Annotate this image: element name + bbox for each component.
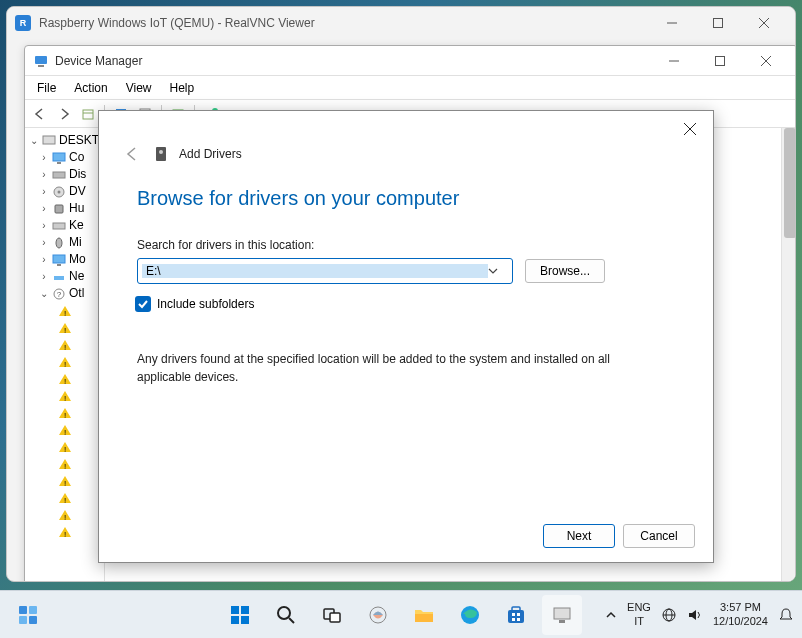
dialog-heading: Browse for drivers on your computer bbox=[137, 187, 675, 210]
svg-rect-56 bbox=[517, 613, 520, 616]
language-indicator[interactable]: ENG IT bbox=[627, 601, 651, 627]
device-manager-taskbar-icon[interactable] bbox=[542, 595, 582, 635]
tree-node-unknown[interactable] bbox=[27, 387, 102, 404]
warning-icon bbox=[57, 372, 73, 386]
svg-rect-10 bbox=[83, 110, 93, 119]
edge-icon[interactable] bbox=[450, 595, 490, 635]
tree-node[interactable]: ⌄?Otl bbox=[27, 285, 102, 302]
tree-node-unknown[interactable] bbox=[27, 438, 102, 455]
tree-node-unknown[interactable] bbox=[27, 319, 102, 336]
chevron-down-icon[interactable] bbox=[488, 266, 508, 276]
svg-point-46 bbox=[278, 607, 290, 619]
tree-node[interactable]: ›Hu bbox=[27, 200, 102, 217]
include-subfolders-checkbox[interactable] bbox=[135, 296, 151, 312]
svg-rect-42 bbox=[231, 606, 239, 614]
warning-icon bbox=[57, 491, 73, 505]
svg-text:?: ? bbox=[57, 290, 62, 299]
file-explorer-icon[interactable] bbox=[404, 595, 444, 635]
svg-rect-38 bbox=[19, 606, 27, 614]
svg-rect-22 bbox=[57, 162, 61, 164]
cancel-button[interactable]: Cancel bbox=[623, 524, 695, 548]
svg-rect-43 bbox=[241, 606, 249, 614]
location-combobox[interactable]: E:\ bbox=[137, 258, 513, 284]
tree-node[interactable]: ›Dis bbox=[27, 166, 102, 183]
tree-node-unknown[interactable] bbox=[27, 506, 102, 523]
tray-chevron-up-icon[interactable] bbox=[605, 609, 617, 621]
warning-icon bbox=[57, 525, 73, 539]
network-icon[interactable] bbox=[661, 607, 677, 623]
tree-node[interactable]: ›Ne bbox=[27, 268, 102, 285]
toolbar-up-icon[interactable] bbox=[77, 103, 99, 125]
volume-icon[interactable] bbox=[687, 607, 703, 623]
next-button[interactable]: Next bbox=[543, 524, 615, 548]
vnc-close-button[interactable] bbox=[741, 7, 787, 39]
tree-node-unknown[interactable] bbox=[27, 523, 102, 540]
dialog-back-button[interactable] bbox=[123, 145, 143, 163]
tree-node[interactable]: ›Mo bbox=[27, 251, 102, 268]
copilot-icon[interactable] bbox=[358, 595, 398, 635]
tree-node-unknown[interactable] bbox=[27, 421, 102, 438]
tree-node-unknown[interactable] bbox=[27, 489, 102, 506]
svg-rect-20 bbox=[43, 136, 55, 144]
notifications-icon[interactable] bbox=[778, 607, 794, 623]
svg-rect-7 bbox=[716, 56, 725, 65]
vnc-titlebar: R Raspberry Windows IoT (QEMU) - RealVNC… bbox=[7, 7, 795, 39]
tree-node[interactable]: ›Mi bbox=[27, 234, 102, 251]
dialog-description: Any drivers found at the specified locat… bbox=[137, 350, 637, 386]
dm-minimize-button[interactable] bbox=[651, 45, 697, 77]
disk-icon bbox=[51, 168, 67, 182]
search-icon[interactable] bbox=[266, 595, 306, 635]
vnc-minimize-button[interactable] bbox=[649, 7, 695, 39]
computer-icon bbox=[41, 134, 57, 148]
tree-node[interactable]: ›DV bbox=[27, 183, 102, 200]
clock[interactable]: 3:57 PM 12/10/2024 bbox=[713, 601, 768, 627]
dm-scrollbar[interactable] bbox=[781, 128, 796, 582]
tree-node-unknown[interactable] bbox=[27, 404, 102, 421]
menu-view[interactable]: View bbox=[118, 79, 160, 97]
svg-rect-5 bbox=[38, 65, 44, 67]
device-tree[interactable]: ⌄ DESKT ›Co›Dis›DV›Hu›Ke›Mi›Mo›Ne⌄?Otl bbox=[25, 128, 105, 582]
widgets-icon[interactable] bbox=[8, 595, 48, 635]
taskbar: ENG IT 3:57 PM 12/10/2024 bbox=[0, 590, 802, 638]
dm-title: Device Manager bbox=[55, 54, 651, 68]
dm-close-button[interactable] bbox=[743, 45, 789, 77]
warning-icon bbox=[57, 474, 73, 488]
tree-node[interactable]: ›Co bbox=[27, 149, 102, 166]
svg-rect-21 bbox=[53, 153, 65, 161]
driver-icon bbox=[153, 146, 169, 162]
svg-rect-26 bbox=[55, 205, 63, 213]
toolbar-forward-icon[interactable] bbox=[53, 103, 75, 125]
menu-action[interactable]: Action bbox=[66, 79, 115, 97]
location-value[interactable]: E:\ bbox=[142, 264, 488, 278]
tree-node[interactable]: ›Ke bbox=[27, 217, 102, 234]
disc-icon bbox=[51, 185, 67, 199]
toolbar-back-icon[interactable] bbox=[29, 103, 51, 125]
tree-node-unknown[interactable] bbox=[27, 472, 102, 489]
tree-node-unknown[interactable] bbox=[27, 353, 102, 370]
browse-button[interactable]: Browse... bbox=[525, 259, 605, 283]
start-icon[interactable] bbox=[220, 595, 260, 635]
tree-node-unknown[interactable] bbox=[27, 302, 102, 319]
warning-icon bbox=[57, 508, 73, 522]
tree-node-unknown[interactable] bbox=[27, 336, 102, 353]
tree-node-unknown[interactable] bbox=[27, 370, 102, 387]
svg-rect-53 bbox=[508, 610, 524, 623]
task-view-icon[interactable] bbox=[312, 595, 352, 635]
svg-rect-40 bbox=[19, 616, 27, 624]
dm-maximize-button[interactable] bbox=[697, 45, 743, 77]
svg-point-28 bbox=[56, 238, 62, 248]
tree-node-unknown[interactable] bbox=[27, 455, 102, 472]
warning-icon bbox=[57, 321, 73, 335]
menu-file[interactable]: File bbox=[29, 79, 64, 97]
tree-root[interactable]: ⌄ DESKT bbox=[27, 132, 102, 149]
svg-rect-29 bbox=[53, 255, 65, 263]
dialog-close-button[interactable] bbox=[675, 117, 705, 141]
warning-icon bbox=[57, 304, 73, 318]
scrollbar-thumb[interactable] bbox=[784, 128, 796, 238]
svg-point-37 bbox=[159, 150, 163, 154]
svg-rect-39 bbox=[29, 606, 37, 614]
vnc-maximize-button[interactable] bbox=[695, 7, 741, 39]
menu-help[interactable]: Help bbox=[162, 79, 203, 97]
svg-rect-27 bbox=[53, 223, 65, 229]
store-icon[interactable] bbox=[496, 595, 536, 635]
